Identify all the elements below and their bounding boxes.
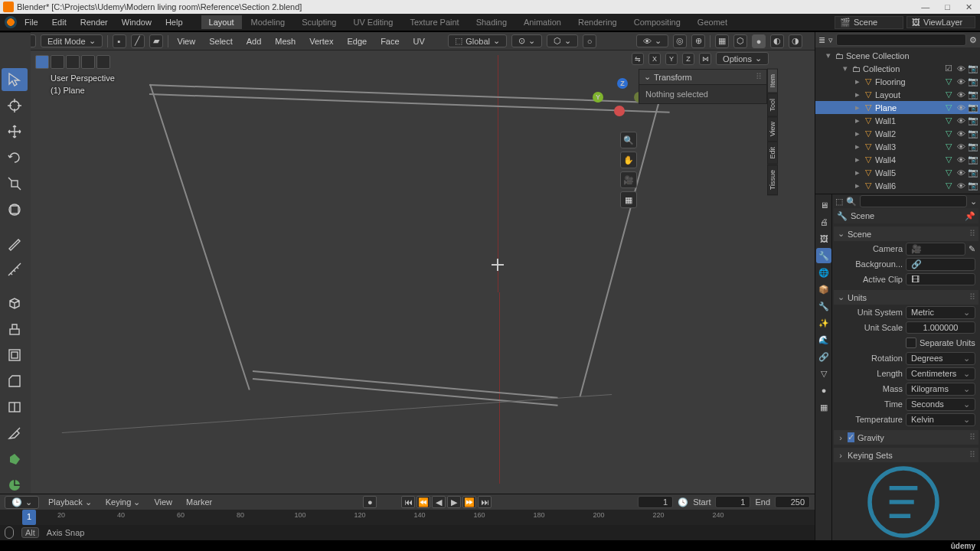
gizmo-x-axis[interactable] — [614, 106, 625, 116]
ntab-view[interactable]: View — [767, 116, 778, 142]
tree-item[interactable]: ▸▽Layout▽👁📷 — [815, 88, 980, 101]
workspace-tab-layout[interactable]: Layout — [201, 15, 242, 29]
outliner-editor-icon[interactable]: ≣ — [818, 35, 825, 45]
tree-item[interactable]: ▸▽Wall6▽👁📷 — [815, 179, 980, 192]
panel-menu-icon[interactable]: ⠿ — [969, 432, 975, 442]
tool-measure[interactable] — [2, 258, 28, 281]
eyedropper-icon[interactable]: ✎ — [969, 244, 975, 254]
window-close-button[interactable]: ✕ — [961, 2, 977, 12]
panel-menu-icon[interactable]: ⠿ — [969, 292, 975, 302]
tool-annotate[interactable] — [2, 232, 28, 255]
tool-loopcut[interactable] — [2, 396, 28, 419]
camera-icon[interactable]: 📷 — [968, 77, 978, 87]
checkbox-icon[interactable]: ☑ — [943, 64, 954, 74]
panel-menu-icon[interactable]: ⠿ — [969, 450, 975, 460]
tool-scale[interactable] — [2, 172, 28, 195]
timeline-ruler[interactable]: 1 20406080100120140160180200220240 — [0, 510, 815, 525]
time-selector[interactable]: Seconds — [906, 398, 975, 411]
pin-icon[interactable]: 📌 — [965, 211, 975, 221]
gizmo-z-axis[interactable]: Z — [617, 78, 628, 89]
perspective-toggle-icon[interactable]: ▦ — [620, 191, 637, 208]
tool-knife[interactable] — [2, 422, 28, 445]
prop-tab-texture[interactable]: ▦ — [816, 399, 831, 415]
axis-z-button[interactable]: Z — [682, 53, 694, 65]
menu-file[interactable]: File — [18, 16, 44, 28]
properties-options-icon[interactable]: ⌄ — [970, 197, 977, 207]
start-frame-field[interactable]: 1 — [715, 496, 750, 508]
disclosure-icon[interactable]: ▸ — [854, 155, 861, 165]
viewport-options-dropdown[interactable]: Options⌄ — [716, 52, 769, 65]
mesh-data-icon[interactable]: ▽ — [943, 77, 954, 87]
ntab-item[interactable]: Item — [767, 69, 778, 93]
nav-gizmo[interactable]: Z Y — [593, 78, 639, 124]
prop-tab-world[interactable]: 🌐 — [816, 265, 831, 280]
play-reverse-button[interactable]: ◀ — [432, 496, 446, 508]
mesh-data-icon[interactable]: ▽ — [943, 129, 954, 139]
mesh-data-icon[interactable]: ▽ — [943, 116, 954, 126]
workspace-tab-uvediting[interactable]: UV Editing — [345, 15, 400, 29]
workspace-tab-texturepaint[interactable]: Texture Paint — [402, 15, 466, 29]
jump-start-button[interactable]: ⏮ — [401, 496, 415, 508]
rotation-selector[interactable]: Degrees — [906, 352, 975, 365]
prop-tab-constraints[interactable]: 🔗 — [816, 349, 831, 364]
disclosure-icon[interactable]: ▸ — [854, 116, 861, 126]
disclosure-icon[interactable]: ▸ — [854, 90, 861, 99]
unit-system-selector[interactable]: Metric — [906, 306, 975, 319]
properties-editor-icon[interactable]: ⬚ — [835, 197, 843, 207]
axis-x-button[interactable]: X — [648, 53, 661, 65]
tool-rotate[interactable] — [2, 146, 28, 169]
eye-icon[interactable]: 👁 — [956, 129, 966, 139]
menu-render[interactable]: Render — [74, 16, 114, 28]
length-selector[interactable]: Centimeters — [906, 367, 975, 380]
mesh-data-icon[interactable]: ▽ — [943, 103, 954, 113]
prop-tab-material[interactable]: ● — [816, 383, 831, 398]
tree-scene-collection[interactable]: ▾ 🗀 Scene Collection — [815, 49, 980, 62]
tree-item[interactable]: ▸▽Flooring▽👁📷 — [815, 75, 980, 88]
outliner-display-icon[interactable]: ▿ — [828, 35, 833, 45]
eye-icon[interactable]: 👁 — [956, 77, 966, 87]
disclosure-icon[interactable]: ▸ — [854, 142, 861, 152]
temperature-selector[interactable]: Kelvin — [906, 413, 975, 426]
disclosure-icon[interactable]: ▸ — [854, 129, 861, 139]
workspace-tab-shading[interactable]: Shading — [469, 15, 514, 29]
camera-icon[interactable]: 📷 — [968, 142, 978, 152]
disclosure-icon[interactable]: ▸ — [854, 168, 861, 178]
autokey-button[interactable]: ● — [363, 496, 377, 508]
workspace-tab-geometry[interactable]: Geomet — [690, 15, 735, 29]
tree-item[interactable]: ▸▽Plane▽👁📷 — [815, 101, 980, 114]
tool-select-box[interactable] — [2, 68, 28, 91]
separate-units-checkbox[interactable] — [906, 337, 916, 348]
tree-item[interactable]: ▸▽Wall1▽👁📷 — [815, 114, 980, 127]
tool-cursor[interactable] — [2, 94, 28, 117]
3d-viewport[interactable]: ⬚⌄ Edit Mode⌄ ▪ ╱ ▰ View Select Add Mesh… — [31, 32, 815, 551]
ntab-edit[interactable]: Edit — [767, 142, 778, 165]
viewlayer-selector[interactable]: 🖼 ViewLayer — [906, 16, 975, 28]
tree-item[interactable]: ▸▽Wall4▽👁📷 — [815, 153, 980, 166]
mesh-data-icon[interactable]: ▽ — [943, 142, 954, 152]
camera-icon[interactable]: 📷 — [968, 64, 978, 74]
tool-polybuild[interactable] — [2, 448, 28, 471]
window-minimize-button[interactable]: — — [916, 2, 934, 12]
camera-icon[interactable]: 📷 — [968, 129, 978, 139]
tool-transform[interactable] — [2, 198, 28, 221]
play-button[interactable]: ▶ — [447, 496, 461, 508]
menu-help[interactable]: Help — [159, 16, 189, 28]
camera-icon[interactable]: 📷 — [968, 90, 978, 100]
jump-end-button[interactable]: ⏭ — [478, 496, 492, 508]
outliner-search-input[interactable] — [836, 34, 966, 46]
camera-icon[interactable]: 📷 — [968, 103, 978, 113]
gravity-checkbox[interactable]: ✓ — [848, 432, 854, 442]
tree-item[interactable]: ▸▽Wall3▽👁📷 — [815, 140, 980, 153]
timeline-menu-playback[interactable]: Playback ⌄ — [44, 496, 96, 509]
window-maximize-button[interactable]: □ — [940, 2, 955, 12]
camera-icon[interactable]: 📷 — [968, 168, 978, 178]
automerge-button[interactable]: ⋈ — [699, 53, 711, 65]
menu-window[interactable]: Window — [116, 16, 158, 28]
eye-icon[interactable]: 👁 — [956, 155, 966, 165]
outliner-filter-icon[interactable]: ⚙ — [969, 35, 977, 45]
pan-icon[interactable]: ✋ — [620, 152, 637, 168]
prop-tab-output[interactable]: 🖨 — [816, 214, 831, 230]
prop-tab-object[interactable]: 📦 — [816, 282, 831, 297]
n-panel-header[interactable]: ⌄ Transform ⠿ — [639, 69, 767, 85]
workspace-tab-rendering[interactable]: Rendering — [570, 15, 625, 29]
